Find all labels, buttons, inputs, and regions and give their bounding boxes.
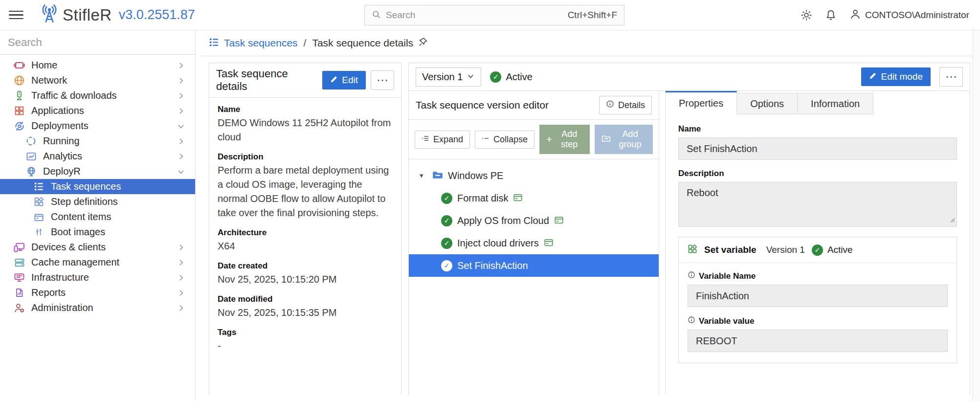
- globe-icon: [14, 75, 25, 86]
- sidebar-item-label: Running: [43, 135, 80, 147]
- sidebar-item-running[interactable]: Running: [0, 134, 195, 149]
- details-button[interactable]: Details: [599, 96, 652, 114]
- collapse-button[interactable]: Collapse: [475, 131, 535, 149]
- sidebar-item-label: Task sequences: [51, 181, 121, 192]
- chevron-down-icon: [177, 167, 185, 178]
- tab-information[interactable]: Information: [798, 93, 873, 114]
- sidebar-item-step-definitions[interactable]: Step definitions: [0, 194, 195, 209]
- sidebar-item-deployments[interactable]: Deployments: [0, 118, 195, 134]
- sidebar-item-content-items[interactable]: Content items: [0, 209, 195, 224]
- chevron-right-icon: [177, 258, 185, 269]
- sidebar-item-infrastructure[interactable]: Infrastructure: [0, 270, 195, 285]
- sidebar-item-network[interactable]: Network: [0, 73, 195, 88]
- sidebar-search[interactable]: [0, 30, 195, 55]
- chevron-right-icon: [177, 243, 185, 254]
- caret-down-icon[interactable]: [420, 171, 427, 180]
- task-sequence-editor-panel: Task sequence version editor Details Exp…: [409, 91, 659, 395]
- sidebar-item-label: Analytics: [43, 151, 82, 162]
- status-badge: Active: [812, 245, 853, 256]
- sidebar-item-home[interactable]: Home: [0, 58, 195, 73]
- sidebar-item-cache-management[interactable]: Cache management: [0, 255, 195, 270]
- chevron-right-icon: [177, 273, 185, 285]
- field-value: Nov 25, 2025, 10:15:35 PM: [218, 306, 393, 320]
- sidebar-item-traffic-downloads[interactable]: Traffic & downloads: [0, 88, 195, 103]
- pin-icon[interactable]: [418, 37, 428, 49]
- field-value: Nov 25, 2025, 10:15:20 PM: [218, 272, 393, 287]
- vertical-scrollbar[interactable]: [973, 30, 980, 401]
- analytics-icon: [25, 151, 37, 162]
- expand-button[interactable]: Expand: [415, 131, 470, 149]
- plus-icon: [546, 134, 552, 145]
- tree-step-format-disk[interactable]: Format disk: [409, 187, 659, 209]
- folder-icon: [432, 170, 443, 182]
- description-label: Description: [678, 169, 957, 178]
- add-step-button[interactable]: Add step: [539, 125, 590, 154]
- tree-step-apply-os[interactable]: Apply OS from Cloud: [409, 209, 659, 232]
- sidebar-item-analytics[interactable]: Analytics: [0, 149, 195, 164]
- global-search-input[interactable]: [386, 10, 563, 21]
- sidebar-item-label: Boot images: [51, 226, 105, 238]
- field-label: Description: [218, 152, 393, 162]
- task-sequence-details-panel: Task sequence details Edit Name DEMO Win…: [209, 63, 401, 395]
- pencil-icon: [869, 71, 877, 82]
- set-variable-icon: [688, 244, 697, 256]
- top-bar: StifleR v3.0.2551.87 Ctrl+Shift+F CONTOS…: [0, 0, 980, 30]
- sidebar-item-label: Traffic & downloads: [31, 90, 117, 101]
- sidebar-item-task-sequences[interactable]: Task sequences: [0, 179, 195, 194]
- field-label: Date modified: [218, 294, 393, 304]
- variable-name-input[interactable]: [688, 285, 948, 307]
- step-name-input[interactable]: [678, 137, 957, 160]
- tree-group-windows-pe[interactable]: Windows PE: [409, 164, 659, 187]
- step-description-value: Reboot: [687, 187, 718, 198]
- tab-properties[interactable]: Properties: [666, 91, 737, 114]
- sidebar-item-devices-clients[interactable]: Devices & clients: [0, 240, 195, 255]
- app-version: v3.0.2551.87: [119, 7, 195, 22]
- status-badge: Active: [490, 71, 532, 83]
- sidebar-item-applications[interactable]: Applications: [0, 103, 195, 118]
- notifications-bell-icon[interactable]: [825, 9, 837, 21]
- theme-toggle-sun-icon[interactable]: [801, 9, 812, 21]
- sidebar-item-label: Content items: [51, 211, 111, 223]
- sidebar-item-boot-images[interactable]: Boot images: [0, 224, 195, 240]
- menu-icon[interactable]: [9, 8, 23, 22]
- deployments-icon: [14, 121, 25, 132]
- user-menu[interactable]: CONTOSO\Administrator: [849, 8, 969, 22]
- tree-step-label: Set FinishAction: [457, 260, 528, 271]
- field-label: Tags: [218, 328, 393, 337]
- expand-icon: [422, 134, 429, 145]
- info-icon: [688, 316, 695, 326]
- sidebar-item-label: Reports: [31, 287, 66, 298]
- sidebar-item-label: Deployments: [31, 120, 89, 132]
- collapse-button-label: Collapse: [493, 134, 528, 145]
- tab-options[interactable]: Options: [737, 93, 798, 114]
- sidebar-item-deployr[interactable]: DeployR: [0, 164, 195, 179]
- add-group-button[interactable]: Add group: [595, 125, 653, 154]
- more-options-button[interactable]: [371, 70, 394, 90]
- variable-value-label: Variable value: [688, 316, 948, 326]
- content-box-icon: [544, 237, 554, 249]
- sidebar-item-label: Infrastructure: [31, 272, 89, 283]
- resize-handle[interactable]: [949, 214, 955, 225]
- sidebar-item-administration[interactable]: Administration: [0, 300, 195, 315]
- sidebar-search-input[interactable]: [0, 36, 195, 49]
- grid-icon: [14, 106, 25, 116]
- tree-step-inject-drivers[interactable]: Inject cloud drivers: [409, 232, 659, 254]
- step-description-textarea[interactable]: Reboot: [678, 182, 957, 227]
- tree-step-label: Apply OS from Cloud: [457, 215, 549, 226]
- info-icon: [688, 271, 695, 281]
- field-value: -: [218, 339, 393, 353]
- variable-value-input[interactable]: [688, 330, 948, 352]
- tree-step-set-finishaction[interactable]: Set FinishAction: [409, 254, 659, 277]
- breadcrumb-parent-link[interactable]: Task sequences: [224, 37, 298, 49]
- box-icon: [33, 212, 45, 222]
- more-options-button[interactable]: [939, 67, 963, 87]
- global-search[interactable]: Ctrl+Shift+F: [364, 5, 624, 25]
- edit-button[interactable]: Edit: [322, 71, 366, 89]
- version-dropdown[interactable]: Version 1: [416, 67, 481, 87]
- sidebar-item-reports[interactable]: Reports: [0, 285, 195, 300]
- edit-mode-button[interactable]: Edit mode: [861, 67, 931, 86]
- properties-tabs: Properties Options Information: [666, 91, 970, 114]
- running-icon: [25, 136, 37, 146]
- list-icon: [209, 37, 219, 49]
- cache-server-icon: [14, 257, 25, 268]
